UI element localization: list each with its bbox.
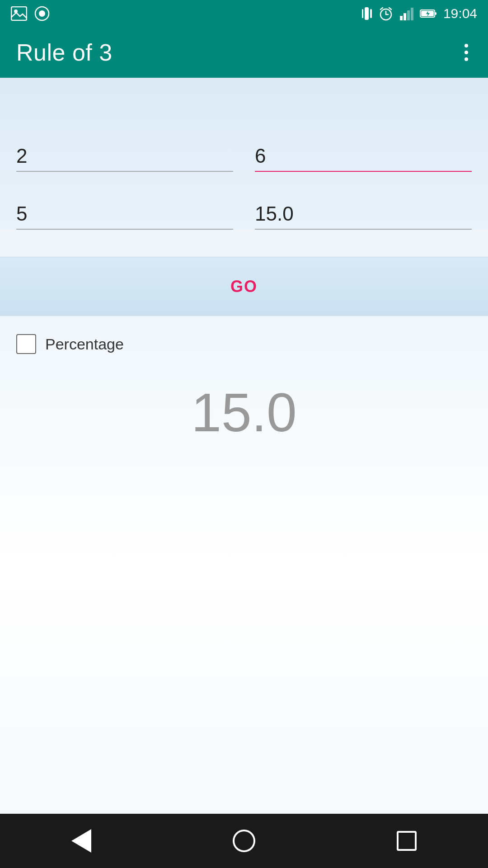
status-bar: 19:04 (0, 0, 488, 27)
nav-bar (0, 814, 488, 868)
svg-rect-0 (11, 7, 27, 20)
input-field-bottom-left: 5 (16, 199, 233, 230)
input-field-top-right: 6 (255, 141, 472, 172)
status-bar-right: 19:04 (362, 6, 477, 21)
app-bar: Rule of 3 (0, 27, 488, 78)
top-input-row: 2 6 (16, 141, 472, 172)
back-button[interactable] (63, 823, 99, 859)
go-button[interactable]: GO (16, 270, 472, 303)
input-field-bottom-right: 15.0 (255, 199, 472, 230)
recents-button[interactable] (389, 823, 425, 859)
status-time: 19:04 (443, 6, 477, 21)
svg-point-3 (39, 10, 45, 17)
input-bottom-left[interactable]: 5 (16, 199, 233, 230)
svg-rect-9 (400, 16, 403, 20)
input-top-right[interactable]: 6 (255, 141, 472, 172)
vibrate-icon (362, 7, 372, 20)
signal-icon (400, 7, 413, 20)
record-icon (34, 6, 50, 21)
svg-rect-12 (411, 8, 413, 20)
percentage-checkbox[interactable] (16, 334, 36, 354)
image-icon (11, 6, 27, 21)
input-field-top-left: 2 (16, 141, 233, 172)
svg-line-7 (380, 8, 383, 9)
result-area: Percentage 15.0 (0, 316, 488, 868)
input-bottom-right[interactable]: 15.0 (255, 199, 472, 230)
svg-rect-15 (435, 12, 436, 15)
bottom-input-row: 5 15.0 (16, 199, 472, 230)
svg-rect-10 (404, 13, 406, 20)
battery-icon (420, 9, 437, 19)
input-area: 2 6 5 15.0 (0, 78, 488, 230)
result-display: 15.0 (16, 381, 472, 443)
home-button[interactable] (226, 823, 262, 859)
percentage-label: Percentage (45, 335, 124, 353)
app-title: Rule of 3 (16, 39, 113, 66)
status-bar-left (11, 6, 50, 21)
svg-line-8 (389, 8, 391, 9)
input-top-left[interactable]: 2 (16, 141, 233, 172)
more-options-button[interactable] (461, 40, 472, 65)
alarm-icon (378, 6, 394, 21)
percentage-row: Percentage (16, 334, 472, 354)
go-button-container: GO (0, 257, 488, 316)
svg-rect-11 (407, 10, 410, 20)
